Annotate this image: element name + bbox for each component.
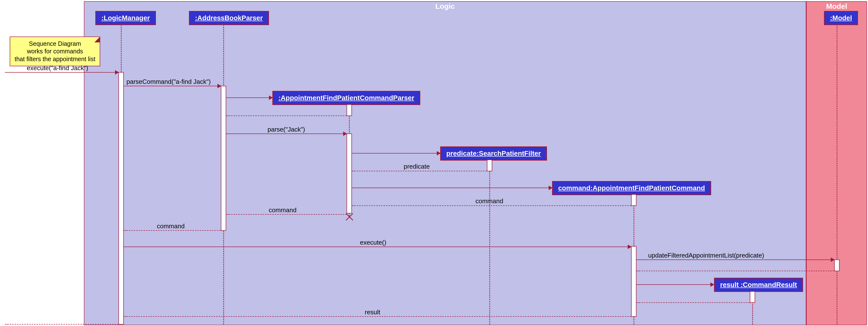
arrow-return-command-3 [124, 230, 221, 231]
participant-command: command:AppointmentFindPatientCommand [552, 181, 711, 195]
activation-predicate [487, 160, 492, 171]
msg-parse: parse("Jack") [268, 126, 305, 133]
arrow-return-result [637, 302, 750, 303]
activation-model [834, 260, 840, 271]
frame-logic: Logic [84, 1, 806, 325]
arrow-return-result-lm [124, 316, 631, 317]
participant-find-parser: :AppointmentFindPatientCommandParser [272, 91, 420, 105]
participant-predicate: predicate:SearchPatientFilter [440, 146, 547, 161]
arrow-create-result [637, 284, 714, 285]
arrow-execute [5, 72, 119, 73]
arrow-execute-cmd [124, 247, 631, 247]
arrow-return-actor [5, 324, 119, 325]
arrow-create-command [352, 188, 552, 188]
activation-command-2 [631, 246, 637, 317]
msg-result-return: result [365, 308, 380, 316]
arrow-create-predicate [352, 153, 440, 154]
activation-find-parser-2 [347, 134, 352, 213]
msg-predicate-return: predicate [404, 163, 430, 170]
activation-logic-manager [119, 72, 124, 325]
participant-address-book-parser: :AddressBookParser [189, 11, 269, 25]
activation-find-parser-1 [347, 104, 352, 116]
msg-execute-cmd: execute() [360, 239, 386, 246]
arrow-parse [226, 134, 347, 134]
arrow-parse-command [124, 86, 221, 86]
arrow-return-predicate [352, 171, 487, 171]
note-line-1: Sequence Diagram [14, 40, 95, 48]
note-line-2: works for commands [14, 48, 95, 55]
activation-address-book-parser [221, 86, 226, 231]
activation-result [750, 291, 755, 303]
arrow-return-command-1 [352, 206, 631, 206]
arrow-return-command-2 [226, 214, 347, 215]
note-sequence-diagram: Sequence Diagram works for commands that… [10, 36, 100, 66]
frame-logic-label: Logic [435, 2, 455, 10]
activation-command-1 [631, 194, 637, 206]
arrow-return-model [637, 271, 834, 271]
msg-parse-command: parseCommand("a-find Jack") [126, 78, 211, 85]
arrow-create-find-parser [226, 98, 272, 98]
arrow-update-filtered [637, 260, 834, 260]
msg-command-return-2: command [269, 207, 297, 214]
lifeline-predicate [489, 160, 490, 325]
lifeline-model [837, 24, 837, 325]
participant-model: :Model [824, 11, 858, 25]
destroy-find-parser [345, 212, 354, 222]
msg-update-filtered: updateFilteredAppointmentList(predicate) [648, 252, 764, 259]
arrow-return-find-parser [226, 115, 347, 116]
msg-command-return-1: command [475, 197, 503, 205]
note-line-3: that filters the appointment list [14, 55, 95, 63]
participant-logic-manager: :LogicManager [95, 11, 156, 25]
msg-execute: execute("a-find Jack") [27, 64, 88, 72]
frame-model-label: Model [826, 2, 847, 10]
msg-command-return-3: command [157, 222, 185, 230]
participant-result: result :CommandResult [714, 278, 803, 292]
